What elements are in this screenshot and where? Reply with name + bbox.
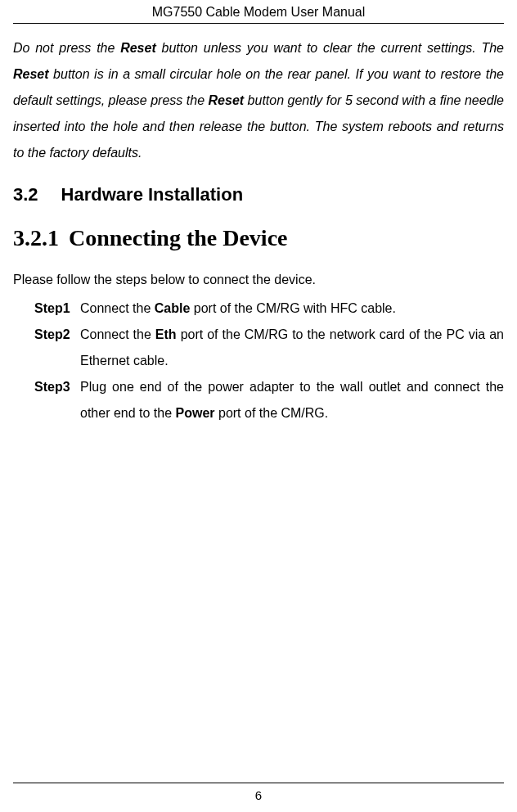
step-label: Step3: [34, 374, 80, 400]
intro-paragraph: Do not press the Reset button unless you…: [13, 35, 504, 166]
intro-bold-reset-2: Reset: [13, 67, 49, 81]
step-bold-cable: Cable: [155, 301, 191, 315]
subsection-heading: 3.2.1Connecting the Device: [13, 225, 504, 251]
subsection-number: 3.2.1: [13, 225, 59, 251]
lead-text: Please follow the steps below to connect…: [13, 269, 504, 291]
intro-bold-reset-1: Reset: [120, 41, 156, 55]
step-item: Step1 Connect the Cable port of the CM/R…: [34, 295, 504, 322]
step-text: Connect the Eth port of the CM/RG to the…: [80, 322, 504, 374]
step-text-part: port of the CM/RG.: [215, 406, 329, 420]
step-label: Step1: [34, 295, 80, 322]
section-number: 3.2: [13, 184, 38, 205]
step-bold-eth: Eth: [155, 327, 177, 341]
step-bold-power: Power: [176, 406, 215, 420]
step-text: Plug one end of the power adapter to the…: [80, 374, 504, 426]
header-title: MG7550 Cable Modem User Manual: [152, 5, 366, 19]
step-text-part: port of the CM/RG with HFC cable.: [190, 301, 396, 315]
intro-text: Do not press the: [13, 41, 120, 55]
subsection-title: Connecting the Device: [69, 225, 288, 250]
step-text: Connect the Cable port of the CM/RG with…: [80, 295, 504, 322]
step-item: Step2 Connect the Eth port of the CM/RG …: [34, 322, 504, 374]
intro-text: button unless you want to clear the curr…: [156, 41, 504, 55]
page-footer: 6: [13, 783, 504, 802]
page-header: MG7550 Cable Modem User Manual: [13, 0, 504, 24]
section-title: Hardware Installation: [61, 184, 244, 205]
page-number: 6: [255, 788, 262, 802]
step-label: Step2: [34, 322, 80, 348]
step-text-part: Connect the: [80, 301, 155, 315]
steps-list: Step1 Connect the Cable port of the CM/R…: [13, 295, 504, 426]
step-item: Step3 Plug one end of the power adapter …: [34, 374, 504, 426]
intro-bold-reset-3: Reset: [209, 93, 245, 107]
step-text-part: Connect the: [80, 327, 155, 341]
section-heading: 3.2Hardware Installation: [13, 184, 504, 205]
